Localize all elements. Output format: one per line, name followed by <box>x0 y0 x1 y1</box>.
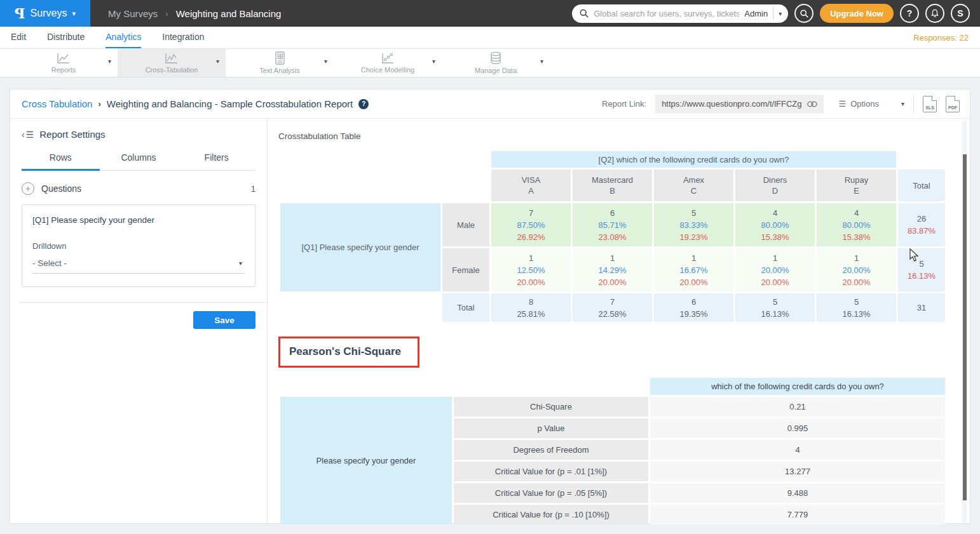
chi-square-section-title: Pearson's Chi-Square <box>289 345 401 358</box>
report-link-label: Report Link: <box>602 99 646 109</box>
options-icon: ☰ <box>839 99 847 109</box>
breadcrumb-my-surveys[interactable]: My Surveys <box>108 8 158 19</box>
chi-square-column-header: which of the following credit cards do y… <box>650 378 945 395</box>
tab-filters[interactable]: Filters <box>177 152 255 171</box>
tab-rows[interactable]: Rows <box>22 152 100 171</box>
crosstab-section-title: Crosstabulation Table <box>278 131 970 141</box>
search-input[interactable] <box>594 9 739 18</box>
nav-item-distribute[interactable]: Distribute <box>47 27 85 48</box>
row-label-total: Total <box>442 293 489 322</box>
crosstab-cell: 114.29%20.00% <box>573 248 652 291</box>
crosstab-cell: 116.67%20.00% <box>654 248 733 291</box>
crosstab-total-cell: 516.13% <box>817 293 896 322</box>
crosstab-cell: 112.50%20.00% <box>491 248 571 291</box>
crosstab-column-question: [Q2] which of the following credit cards… <box>491 151 896 168</box>
export-pdf-button[interactable]: PDF <box>946 96 960 112</box>
toolbar-text-analysis[interactable]: Text Analysis ▾ <box>226 49 334 77</box>
divider <box>773 7 773 20</box>
survey-nav: Edit Distribute Analytics Integration Re… <box>0 27 980 49</box>
cross-tabulation-link[interactable]: Cross Tabulation <box>22 98 92 109</box>
chi-square-stat-label: Degrees of Freedom <box>454 440 648 460</box>
drilldown-label: Drilldown <box>32 241 245 251</box>
chevron-down-icon[interactable]: ▾ <box>108 58 111 65</box>
crosstab-cell: 120.00%20.00% <box>735 248 815 291</box>
report-link-box[interactable]: https://www.questionpro.com/t/lFFCZg <box>655 95 823 114</box>
drilldown-select[interactable]: - Select - ▾ <box>32 251 245 274</box>
toolbar-choice-modelling[interactable]: Choice Modelling ▾ <box>334 49 442 77</box>
toolbar-reports[interactable]: Reports ▾ <box>10 49 118 77</box>
product-label: Surveys <box>31 8 67 19</box>
chevron-down-icon[interactable]: ▾ <box>540 58 543 65</box>
avatar-initial: S <box>957 8 963 18</box>
search-scope-label: Admin <box>744 9 768 18</box>
global-search[interactable]: Admin ▾ <box>572 4 788 23</box>
chi-square-stat-label: Critical Value for (p = .01 [1%]) <box>454 462 648 481</box>
crosstab-row-total: 516.13% <box>898 248 945 291</box>
save-button[interactable]: Save <box>193 311 255 329</box>
chi-square-stat-value: 0.995 <box>650 418 945 438</box>
report-title: Weighting and Balancing - Sample Crossta… <box>107 98 353 109</box>
nav-item-analytics[interactable]: Analytics <box>105 27 141 48</box>
crosstab-grand-total: 31 <box>898 293 945 322</box>
xls-icon-label: XLS <box>923 105 936 110</box>
chi-square-stat-value: 13.277 <box>650 462 945 481</box>
toolbar-label: Cross-Tabulation <box>146 66 198 74</box>
upgrade-now-button[interactable]: Upgrade Now <box>820 4 894 23</box>
chi-square-stat-value: 7.779 <box>650 505 945 524</box>
add-question-button[interactable]: + <box>22 182 34 195</box>
export-xls-button[interactable]: XLS <box>923 96 937 112</box>
document-grid-icon <box>273 51 286 65</box>
toolbar-label: Text Analysis <box>259 67 300 74</box>
column-header-rupay: RupayE <box>817 170 896 201</box>
column-header-total: Total <box>898 170 945 201</box>
nav-item-integration[interactable]: Integration <box>162 27 204 48</box>
search-icon <box>580 9 589 18</box>
question-card: [Q1] Please specify your gender Drilldow… <box>22 204 255 287</box>
database-icon <box>489 51 502 65</box>
nav-item-edit[interactable]: Edit <box>11 27 26 48</box>
chevron-down-icon: ▾ <box>901 100 904 107</box>
chevron-left-icon: ‹ <box>22 130 25 140</box>
annotation-highlight-box: Pearson's Chi-Square <box>278 337 419 368</box>
crosstab-row-question: [Q1] Please specify your gender <box>280 203 440 291</box>
help-button[interactable]: ? <box>900 4 919 23</box>
breadcrumb-separator-icon: › <box>165 9 168 18</box>
questionpro-logo-icon: P <box>15 6 25 20</box>
search-scope-caret-icon[interactable]: ▾ <box>779 10 782 17</box>
search-button[interactable] <box>794 4 813 23</box>
chevron-down-icon[interactable]: ▾ <box>216 58 219 65</box>
collapse-panel-button[interactable]: ‹ ☰ <box>22 130 34 140</box>
chevron-down-icon[interactable]: ▾ <box>432 58 435 65</box>
crosstab-cell: 583.33%19.23% <box>654 203 733 246</box>
report-link-url[interactable]: https://www.questionpro.com/t/lFFCZg <box>662 99 801 109</box>
top-navbar: P Surveys ▾ My Surveys › Weighting and B… <box>0 0 980 27</box>
avatar[interactable]: S <box>951 4 970 23</box>
report-settings-panel: ‹ ☰ Report Settings Rows Columns Filters… <box>10 119 268 524</box>
crosstab-cell: 480.00%15.38% <box>817 203 896 246</box>
chi-square-stat-label: p Value <box>454 418 648 438</box>
drilldown-selected-value: - Select - <box>32 258 67 268</box>
responses-count: Responses: 22 <box>913 27 980 48</box>
pdf-icon-label: PDF <box>946 105 959 110</box>
product-switcher[interactable]: P Surveys ▾ <box>0 0 90 27</box>
toolbar-label: Reports <box>51 66 76 74</box>
tab-columns[interactable]: Columns <box>100 152 178 171</box>
toolbar-cross-tabulation[interactable]: Cross-Tabulation ▾ <box>118 49 226 77</box>
notifications-button[interactable] <box>925 4 944 23</box>
settings-tabs: Rows Columns Filters <box>22 152 255 171</box>
chevron-down-icon[interactable]: ▾ <box>324 58 327 65</box>
options-dropdown[interactable]: ☰ Options ▾ <box>839 99 905 109</box>
bell-icon <box>930 9 939 18</box>
chi-square-stat-value: 4 <box>650 440 945 460</box>
row-label-male: Male <box>442 203 489 246</box>
help-icon[interactable]: ? <box>358 99 369 109</box>
chi-square-stat-value: 9.488 <box>650 483 945 503</box>
crosstab-total-cell: 516.13% <box>735 293 815 322</box>
chi-square-stat-label: Critical Value for (p = .10 [10%]) <box>454 505 648 524</box>
link-icon[interactable] <box>807 101 817 107</box>
scrollbar-thumb[interactable] <box>963 154 967 500</box>
toolbar-manage-data[interactable]: Manage Data ▾ <box>442 49 550 77</box>
column-header-visa: VISAA <box>491 170 571 201</box>
options-label: Options <box>850 99 879 109</box>
chevron-down-icon: ▾ <box>72 10 76 18</box>
